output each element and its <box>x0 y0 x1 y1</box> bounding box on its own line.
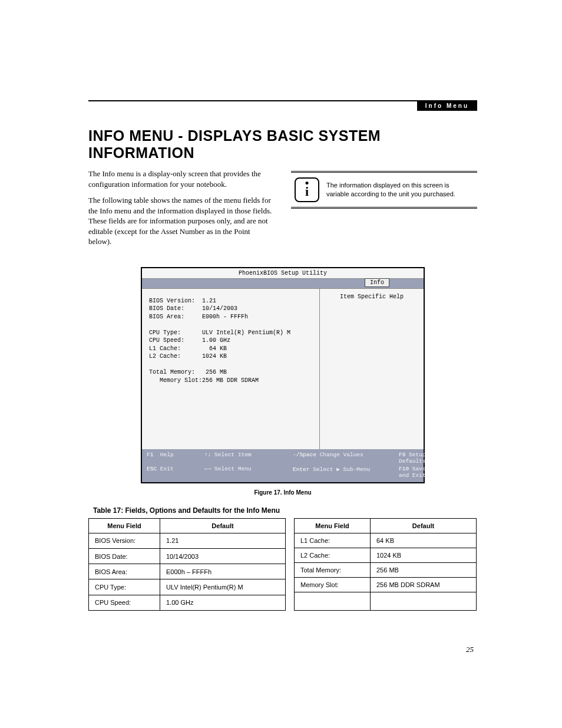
bios-screenshot: PhoenixBIOS Setup Utility Info BIOS Vers… <box>141 267 425 483</box>
bios-label-change-values: Change Values <box>320 452 363 458</box>
intro-paragraph-2: The following table shows the names of t… <box>88 195 275 247</box>
bios-help-pane: Item Specific Help <box>320 289 424 449</box>
bios-footer: F1 Help ↑↓ Select Item -/Space Change Va… <box>142 449 424 482</box>
intro-left-col: The Info menu is a display-only screen t… <box>88 169 275 253</box>
bios-key-space: -/Space <box>293 452 316 458</box>
cell-menu-field: L1 Cache: <box>295 533 371 548</box>
cell-menu-field: BIOS Date: <box>89 549 160 564</box>
bios-tab-info: Info <box>365 278 389 287</box>
bios-help-header: Item Specific Help <box>325 294 419 300</box>
cell-default: ULV Intel(R) Pentium(R) M <box>160 579 286 595</box>
th-default: Default <box>371 518 477 533</box>
bios-key-updown: ↑↓ <box>204 452 211 458</box>
bios-key-esc: ESC <box>147 466 157 472</box>
bios-key-f10: F10 <box>399 466 409 472</box>
note-callout: i The information displayed on this scre… <box>291 171 477 209</box>
bios-label-help: Help <box>160 452 174 458</box>
table-row: L2 Cache:1024 KB <box>295 548 477 562</box>
page-number: 25 <box>466 645 474 654</box>
intro-columns: The Info menu is a display-only screen t… <box>88 169 477 253</box>
twin-tables: Menu Field Default BIOS Version:1.21BIOS… <box>88 518 477 611</box>
table-row: Memory Slot:256 MB DDR SDRAM <box>295 577 477 592</box>
info-icon: i <box>295 177 319 202</box>
table-row: L1 Cache:64 KB <box>295 533 477 548</box>
table-row: BIOS Version:1.21 <box>89 533 286 548</box>
cell-default: 1.00 GHz <box>160 595 286 610</box>
chapter-tag: Info Menu <box>417 101 477 111</box>
note-text: The information displayed on this screen… <box>326 181 474 199</box>
bios-key-enter: Enter <box>293 466 310 473</box>
table-row: Total Memory:256 MB <box>295 562 477 577</box>
cell-default: 256 MB DDR SDRAM <box>371 577 477 592</box>
bios-label-select-item: Select Item <box>214 452 252 458</box>
th-menu-field: Menu Field <box>295 518 371 533</box>
table-row: BIOS Area:E000h – FFFFh <box>89 564 286 579</box>
cell-default: 1.21 <box>160 533 286 548</box>
cell-menu-field: CPU Type: <box>89 579 160 595</box>
cell-empty <box>371 592 477 610</box>
bios-body: BIOS Version: 1.21 BIOS Date: 10/14/2003… <box>142 289 424 449</box>
cell-menu-field: CPU Speed: <box>89 595 160 610</box>
table-row: CPU Type:ULV Intel(R) Pentium(R) M <box>89 579 286 595</box>
bios-label-select-menu: Select Menu <box>214 466 252 472</box>
cell-menu-field: BIOS Version: <box>89 533 160 548</box>
bios-key-leftright: ←→ <box>204 466 211 472</box>
info-table-right: Menu Field Default L1 Cache:64 KBL2 Cach… <box>294 518 477 611</box>
info-table-left: Menu Field Default BIOS Version:1.21BIOS… <box>88 518 286 611</box>
cell-default: 256 MB <box>371 562 477 577</box>
cell-default: 10/14/2003 <box>160 549 286 564</box>
cell-empty <box>295 592 371 610</box>
table-row: CPU Speed:1.00 GHz <box>89 595 286 610</box>
cell-default: 1024 KB <box>371 548 477 562</box>
table-header-row: Menu Field Default <box>295 518 477 533</box>
bios-label-select-submenu: Select ▶ Sub-Menu <box>313 466 370 473</box>
cell-menu-field: Total Memory: <box>295 562 371 577</box>
cell-menu-field: BIOS Area: <box>89 564 160 579</box>
table-row: BIOS Date:10/14/2003 <box>89 549 286 564</box>
cell-default: 64 KB <box>371 533 477 548</box>
page-title: INFO MENU - DISPLAYS BASIC SYSTEM INFORM… <box>88 127 477 162</box>
table-title: Table 17: Fields, Options and Defaults f… <box>93 506 477 515</box>
bios-key-f9: F9 <box>399 452 405 458</box>
cell-default: E000h – FFFFh <box>160 564 286 579</box>
bios-tab-bar: Info <box>142 278 424 289</box>
cell-menu-field: L2 Cache: <box>295 548 371 562</box>
bios-key-f1: F1 <box>147 452 153 458</box>
page-content: Info Menu INFO MENU - DISPLAYS BASIC SYS… <box>88 100 477 611</box>
intro-paragraph-1: The Info menu is a display-only screen t… <box>88 169 275 189</box>
bios-label-exit: Exit <box>160 466 174 472</box>
table-header-row: Menu Field Default <box>89 518 286 533</box>
bios-title: PhoenixBIOS Setup Utility <box>142 268 424 278</box>
intro-right-col: i The information displayed on this scre… <box>291 169 477 253</box>
table-row-empty <box>295 592 477 610</box>
cell-menu-field: Memory Slot: <box>295 577 371 592</box>
bios-fields-pane: BIOS Version: 1.21 BIOS Date: 10/14/2003… <box>142 289 320 449</box>
figure-caption: Figure 17. Info Menu <box>88 489 477 496</box>
th-default: Default <box>160 518 286 533</box>
th-menu-field: Menu Field <box>89 518 160 533</box>
